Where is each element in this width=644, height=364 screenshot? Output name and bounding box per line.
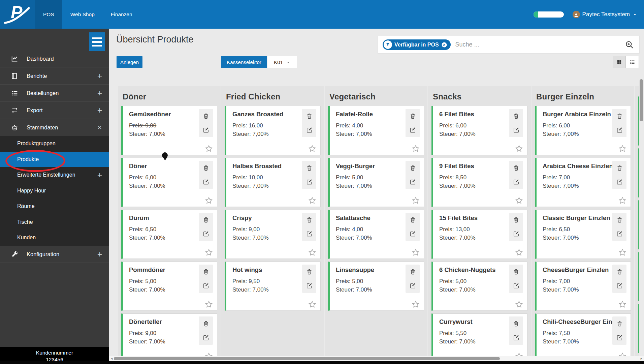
edit-icon[interactable] [616,334,623,341]
sidebar-item-bestellungen[interactable]: Bestellungen+ [0,84,109,101]
nav-tab-finanzen[interactable]: Finanzen [103,0,140,29]
favorite-star-icon[interactable] [411,300,420,309]
app-logo[interactable]: P [0,0,35,29]
search-input[interactable] [455,41,635,49]
chevron-down-icon[interactable] [633,12,637,17]
sidebar-item-produkte[interactable]: Produkte [0,152,109,168]
scroll-right-arrow-icon[interactable]: ► [640,357,643,361]
favorite-star-icon[interactable] [308,196,317,205]
edit-icon[interactable] [513,282,519,289]
sidebar-item-tische[interactable]: Tische [0,214,109,230]
favorite-star-icon[interactable] [618,300,627,309]
sidebar-item-kunden[interactable]: Kunden [0,230,109,246]
delete-icon[interactable] [306,217,313,223]
create-button[interactable]: Anlegen [117,56,142,68]
sidebar-item-konfiguration[interactable]: Konfiguration+ [0,246,109,263]
delete-icon[interactable] [410,113,416,119]
favorite-star-icon[interactable] [308,248,317,257]
edit-icon[interactable] [616,179,623,185]
hamburger-menu-button[interactable] [89,32,105,51]
vertical-scrollbar-thumb[interactable] [640,79,643,121]
edit-icon[interactable] [616,231,623,237]
user-menu-name[interactable]: Paytec Testsystem [582,11,630,18]
search-icon[interactable] [625,40,634,49]
delete-icon[interactable] [513,165,519,171]
favorite-star-icon[interactable] [204,248,213,257]
edit-icon[interactable] [306,127,313,133]
scroll-left-arrow-icon[interactable]: ◄ [110,357,113,361]
delete-icon[interactable] [306,165,313,171]
horizontal-scrollbar-thumb[interactable] [114,357,500,360]
edit-icon[interactable] [203,231,209,237]
edit-icon[interactable] [306,282,313,289]
favorite-star-icon[interactable] [515,248,523,257]
delete-icon[interactable] [513,217,519,223]
sidebar-item-export[interactable]: Export+ [0,101,109,119]
favorite-star-icon[interactable] [204,196,213,205]
filter-chip[interactable]: Verfügbar in POS [383,39,451,50]
sidebar-item-dashboard[interactable]: Dashboard [0,50,109,67]
favorite-star-icon[interactable] [515,352,523,356]
expand-plus-icon[interactable]: + [95,170,104,180]
delete-icon[interactable] [616,269,623,275]
sidebar-item-r-ume[interactable]: Räume [0,199,109,214]
favorite-star-icon[interactable] [204,300,213,309]
delete-icon[interactable] [513,321,519,327]
expand-plus-icon[interactable]: + [95,249,104,259]
favorite-star-icon[interactable] [515,144,523,153]
expand-plus-icon[interactable]: + [95,71,104,81]
list-view-button[interactable] [626,56,639,68]
delete-icon[interactable] [203,269,209,275]
delete-icon[interactable] [203,217,209,223]
edit-icon[interactable] [410,179,416,185]
favorite-star-icon[interactable] [618,248,627,257]
edit-icon[interactable] [203,334,209,341]
collapse-icon[interactable]: × [95,123,104,131]
edit-icon[interactable] [513,231,519,237]
edit-icon[interactable] [203,179,209,185]
avatar[interactable] [573,11,580,18]
sidebar-item-berichte[interactable]: Berichte+ [0,67,109,84]
delete-icon[interactable] [203,321,209,327]
edit-icon[interactable] [306,231,313,237]
register-selector-button[interactable]: Kassenselektor [221,56,267,68]
delete-icon[interactable] [203,165,209,171]
favorite-star-icon[interactable] [515,300,523,309]
favorite-star-icon[interactable] [204,352,213,356]
delete-icon[interactable] [513,269,519,275]
delete-icon[interactable] [203,113,209,119]
delete-icon[interactable] [616,113,623,119]
delete-icon[interactable] [410,217,416,223]
edit-icon[interactable] [513,179,519,185]
nav-tab-webshop[interactable]: Web Shop [62,0,103,29]
edit-icon[interactable] [513,127,519,133]
delete-icon[interactable] [616,321,623,327]
favorite-star-icon[interactable] [204,144,213,153]
sidebar-item-produktgruppen[interactable]: Produktgruppen [0,136,109,152]
expand-plus-icon[interactable]: + [95,88,104,98]
favorite-star-icon[interactable] [618,196,627,205]
delete-icon[interactable] [616,217,623,223]
edit-icon[interactable] [306,179,313,185]
favorite-star-icon[interactable] [618,352,627,356]
favorite-star-icon[interactable] [411,248,420,257]
remove-filter-icon[interactable] [441,42,447,48]
delete-icon[interactable] [410,269,416,275]
delete-icon[interactable] [306,113,313,119]
register-select[interactable]: K01 [267,56,297,68]
favorite-star-icon[interactable] [618,144,627,153]
edit-icon[interactable] [203,282,209,289]
sidebar-item-erweiterte-einstellungen[interactable]: Erweiterte Einstellungen+ [0,167,109,183]
horizontal-scrollbar[interactable]: ◄ ► [109,356,644,361]
delete-icon[interactable] [306,269,313,275]
delete-icon[interactable] [616,165,623,171]
grid-view-button[interactable] [613,56,626,68]
favorite-star-icon[interactable] [308,300,317,309]
favorite-star-icon[interactable] [411,144,420,153]
delete-icon[interactable] [410,165,416,171]
expand-plus-icon[interactable]: + [95,105,104,115]
edit-icon[interactable] [410,127,416,133]
edit-icon[interactable] [513,334,519,341]
nav-tab-pos[interactable]: POS [35,0,62,29]
sidebar-item-stammdaten[interactable]: Stammdaten× [0,119,109,136]
